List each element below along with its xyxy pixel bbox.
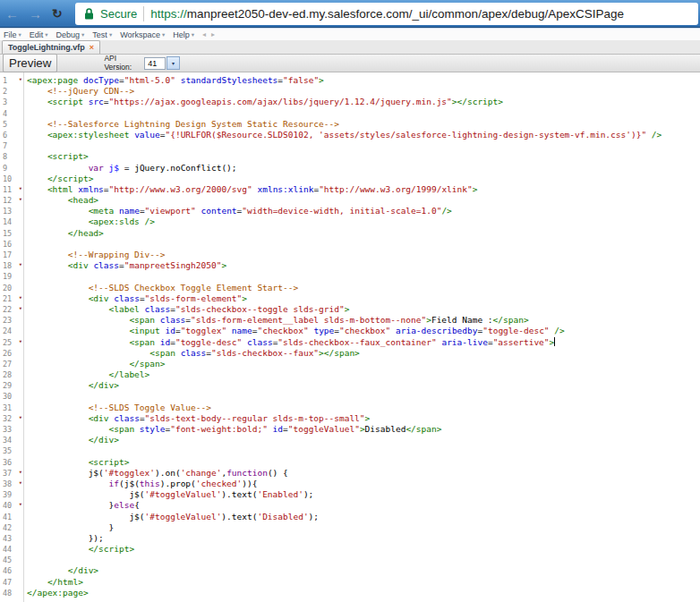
code-line[interactable]: <!--SLDS Checkbox Toggle Element Start--… xyxy=(27,283,700,293)
code-line[interactable] xyxy=(27,108,700,119)
code-line[interactable]: </div> xyxy=(27,435,700,445)
code-line[interactable]: }); xyxy=(27,533,700,544)
code-line[interactable]: <html xmlns="http://www.w3.org/2000/svg"… xyxy=(27,184,700,195)
code-line[interactable]: <span id="toggle-desc" class="slds-check… xyxy=(27,337,700,348)
code-line[interactable]: </span> xyxy=(27,359,700,369)
code-line[interactable] xyxy=(27,140,700,151)
menu-workspace[interactable]: Workspace▾ xyxy=(120,30,165,39)
code-line[interactable] xyxy=(27,239,700,250)
code-line[interactable]: <div class="slds-form-element"> xyxy=(27,293,700,304)
menu-file[interactable]: File▾ xyxy=(4,30,21,39)
line-number: 34 xyxy=(0,435,23,445)
menu-debug-label: Debug xyxy=(56,30,81,39)
code-line[interactable]: <head> xyxy=(27,195,700,206)
toolbar: Preview API Version: 41 ▾ xyxy=(0,55,700,72)
code-line[interactable]: <apex:stylesheet value="{!URLFOR($Resour… xyxy=(27,130,700,140)
code-line[interactable]: <span style="font-weight:bold;" id="togg… xyxy=(27,424,700,435)
text-cursor xyxy=(554,337,555,346)
tab-togglelightning-vfp[interactable]: ToggleLightning.vfp × xyxy=(2,40,100,54)
code-line[interactable]: <script> xyxy=(27,457,700,468)
preview-button[interactable]: Preview xyxy=(3,54,57,72)
chevron-down-icon: ▾ xyxy=(109,31,112,38)
combo-dropdown-icon[interactable]: ▾ xyxy=(166,56,180,70)
code-line[interactable]: </label> xyxy=(27,369,700,380)
api-version-combo[interactable]: 41 ▾ xyxy=(144,56,180,70)
code-line[interactable]: var j$ = jQuery.noConflict(); xyxy=(27,163,700,174)
api-version-value[interactable]: 41 xyxy=(144,57,166,70)
line-number: 40▾ xyxy=(0,500,23,511)
menubar: File▾ Edit▾ Debug▾ Test▾ Workspace▾ Help… xyxy=(0,28,700,40)
line-number: 30 xyxy=(0,391,23,402)
code-line[interactable]: j$('#togglex').on('change',function() { xyxy=(27,468,700,479)
menu-edit[interactable]: Edit▾ xyxy=(30,30,48,39)
forward-icon[interactable]: → xyxy=(29,7,42,21)
code-line[interactable]: <apex:slds /> xyxy=(27,216,700,227)
line-number: 7 xyxy=(0,140,23,151)
code-line[interactable] xyxy=(27,555,700,565)
code-line[interactable]: <script> xyxy=(27,151,700,162)
fold-arrow-icon[interactable]: ▾ xyxy=(19,259,22,270)
line-number: 1▾ xyxy=(0,75,23,86)
code-line[interactable]: </script> xyxy=(27,174,700,184)
menu-test[interactable]: Test▾ xyxy=(92,30,112,39)
line-number: 3 xyxy=(0,97,23,107)
code-line[interactable]: <span class="slds-form-element__label sl… xyxy=(27,315,700,326)
close-icon[interactable]: × xyxy=(90,43,94,52)
code-line[interactable]: }else{ xyxy=(27,500,700,511)
menu-help-label: Help xyxy=(173,30,190,39)
api-version-label: API Version: xyxy=(104,55,132,72)
code-line[interactable]: <label class="slds-checkbox--toggle slds… xyxy=(27,304,700,315)
fold-arrow-icon[interactable]: ▾ xyxy=(19,74,22,85)
fold-arrow-icon[interactable]: ▾ xyxy=(19,336,22,347)
code-line[interactable]: j$('#toggleValuel').text('Disabled'); xyxy=(27,512,700,522)
code-editor[interactable]: 1▾234567891011▾12▾131415161718▾192021▾22… xyxy=(0,72,700,602)
tab-scroll-left-icon[interactable]: ◂ xyxy=(202,30,206,38)
line-number: 14 xyxy=(0,216,23,227)
line-number: 35 xyxy=(0,445,23,456)
tab-scroll-right-icon[interactable]: ▸ xyxy=(211,30,215,38)
back-icon[interactable]: ← xyxy=(5,7,19,21)
code-line[interactable]: <span class="slds-checkbox--faux"></span… xyxy=(27,348,700,359)
code-line[interactable] xyxy=(27,391,700,402)
code-line[interactable]: } xyxy=(27,522,700,533)
code-line[interactable]: j$('#toggleValuel').text('Enabled'); xyxy=(27,489,700,500)
code-line[interactable]: <div class="slds-text-body--regular slds… xyxy=(27,413,700,424)
code-line[interactable]: <!--Salesforce Lightning Design System S… xyxy=(27,119,700,130)
fold-arrow-icon[interactable]: ▾ xyxy=(19,478,22,488)
browser-nav-controls: ← → ↻ xyxy=(5,3,63,24)
code-line[interactable]: </head> xyxy=(27,228,700,239)
menu-debug[interactable]: Debug▾ xyxy=(56,30,85,39)
reload-icon[interactable]: ↻ xyxy=(52,7,63,20)
fold-arrow-icon[interactable]: ▾ xyxy=(19,194,22,205)
code-line[interactable]: <!--SLDS Toggle Value--> xyxy=(27,403,700,413)
code-line[interactable]: <meta name="viewport" content="width=dev… xyxy=(27,206,700,216)
code-content[interactable]: <apex:page docType="html-5.0" standardSt… xyxy=(24,72,700,602)
secure-label: Secure xyxy=(100,7,137,21)
code-line[interactable]: </div> xyxy=(27,380,700,391)
fold-arrow-icon[interactable]: ▾ xyxy=(19,303,22,314)
code-line[interactable]: <!--jQuery CDN--> xyxy=(27,86,700,97)
fold-arrow-icon[interactable]: ▾ xyxy=(19,412,22,423)
code-line[interactable]: <apex:page docType="html-5.0" standardSt… xyxy=(27,75,700,86)
code-line[interactable] xyxy=(27,271,700,282)
code-line[interactable]: <input id="togglex" name="checkbox" type… xyxy=(27,326,700,336)
menu-help[interactable]: Help▾ xyxy=(173,30,194,39)
fold-arrow-icon[interactable]: ▾ xyxy=(19,183,22,194)
fold-arrow-icon[interactable]: ▾ xyxy=(19,467,22,478)
code-line[interactable]: <div class="manpreetSingh2050"> xyxy=(27,260,700,271)
menu-test-label: Test xyxy=(92,30,107,39)
fold-arrow-icon[interactable]: ▾ xyxy=(19,293,22,303)
code-line[interactable]: <script src="https://ajax.googleapis.com… xyxy=(27,97,700,107)
code-line[interactable]: </apex:page> xyxy=(27,588,700,598)
code-line[interactable]: </script> xyxy=(27,544,700,555)
url-text: https://manpreet2050-dev-ed.my.salesforc… xyxy=(150,7,624,21)
code-line[interactable] xyxy=(27,445,700,456)
code-line[interactable]: if(j$(this).prop('checked')){ xyxy=(27,479,700,489)
code-line[interactable]: </div> xyxy=(27,565,700,576)
line-number: 23 xyxy=(0,315,23,326)
code-line[interactable]: </html> xyxy=(27,577,700,588)
code-line[interactable]: <!--Wrapping Div--> xyxy=(27,250,700,260)
fold-arrow-icon[interactable]: ▾ xyxy=(19,499,22,510)
address-bar[interactable]: Secure https://manpreet2050-dev-ed.my.sa… xyxy=(75,3,698,25)
line-number: 4 xyxy=(0,108,23,119)
